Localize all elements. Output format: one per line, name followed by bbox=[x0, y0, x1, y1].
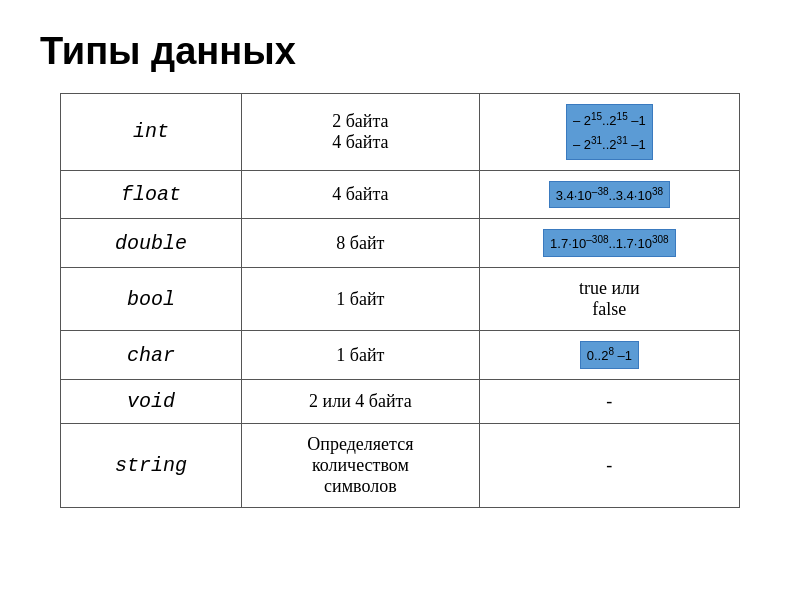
data-types-table: int 2 байта4 байта – 215..215 –1 – 231..… bbox=[60, 93, 740, 508]
range-cell: 0..28 –1 bbox=[479, 331, 739, 380]
range-cell: 3.4·10–38..3.4·1038 bbox=[479, 170, 739, 219]
table-row: string Определяетсяколичествомсимволов - bbox=[61, 424, 740, 508]
size-cell: 1 байт bbox=[242, 268, 480, 331]
range-cell: – 215..215 –1 – 231..231 –1 bbox=[479, 94, 739, 171]
type-cell: bool bbox=[61, 268, 242, 331]
range-value: 1.7·10–308..1.7·10308 bbox=[543, 229, 675, 257]
table-row: bool 1 байт true илиfalse bbox=[61, 268, 740, 331]
table-row: void 2 или 4 байта - bbox=[61, 380, 740, 424]
range-cell: - bbox=[479, 380, 739, 424]
type-cell: double bbox=[61, 219, 242, 268]
type-cell: float bbox=[61, 170, 242, 219]
table-row: char 1 байт 0..28 –1 bbox=[61, 331, 740, 380]
size-cell: Определяетсяколичествомсимволов bbox=[242, 424, 480, 508]
size-cell: 2 байта4 байта bbox=[242, 94, 480, 171]
table-row: float 4 байта 3.4·10–38..3.4·1038 bbox=[61, 170, 740, 219]
range-value: 3.4·10–38..3.4·1038 bbox=[549, 181, 670, 209]
range-cell: 1.7·10–308..1.7·10308 bbox=[479, 219, 739, 268]
size-cell: 1 байт bbox=[242, 331, 480, 380]
table-row: int 2 байта4 байта – 215..215 –1 – 231..… bbox=[61, 94, 740, 171]
type-cell: void bbox=[61, 380, 242, 424]
range-value: 0..28 –1 bbox=[580, 341, 639, 369]
type-cell: string bbox=[61, 424, 242, 508]
range-cell: true илиfalse bbox=[479, 268, 739, 331]
table-row: double 8 байт 1.7·10–308..1.7·10308 bbox=[61, 219, 740, 268]
size-cell: 4 байта bbox=[242, 170, 480, 219]
range-value: – 215..215 –1 – 231..231 –1 bbox=[566, 104, 653, 160]
size-cell: 8 байт bbox=[242, 219, 480, 268]
size-cell: 2 или 4 байта bbox=[242, 380, 480, 424]
range-cell: - bbox=[479, 424, 739, 508]
type-cell: char bbox=[61, 331, 242, 380]
type-cell: int bbox=[61, 94, 242, 171]
page-title: Типы данных bbox=[40, 30, 760, 73]
